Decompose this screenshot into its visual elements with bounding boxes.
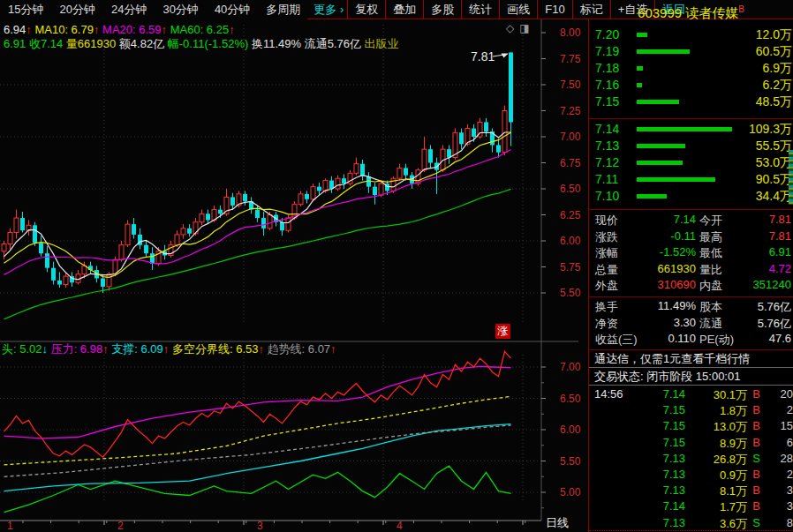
period-tab-4[interactable]: 30分钟 bbox=[155, 3, 206, 16]
transaction-row: 7.130.9万B2 bbox=[589, 466, 793, 482]
ma-info-seg-7: ↑ bbox=[229, 23, 235, 36]
day-info-seg-2: 额4.82亿 bbox=[119, 37, 168, 50]
txn-side: B bbox=[752, 468, 760, 481]
txn-count: 15 bbox=[781, 419, 793, 432]
buy-level-row[interactable]: 7.14109.3万 bbox=[589, 120, 793, 137]
candle-down bbox=[206, 214, 210, 220]
txn-price: 7.14 bbox=[663, 387, 685, 401]
period-tab-2[interactable]: 20分钟 bbox=[51, 3, 102, 16]
period-tab-1[interactable]: 15分钟 bbox=[0, 3, 51, 16]
split-window-icon[interactable]: ◨ bbox=[519, 22, 534, 34]
period-daily-label[interactable]: 日线 bbox=[546, 515, 569, 531]
candle-down bbox=[496, 145, 501, 152]
stat-row: 换手11.49%股本5.76亿 bbox=[589, 297, 793, 314]
txn-count: 2 bbox=[787, 403, 793, 416]
buy-volume-bar bbox=[637, 161, 683, 165]
txn-price: 7.13 bbox=[663, 452, 685, 465]
candle-down bbox=[373, 187, 377, 195]
candle-down bbox=[33, 225, 37, 243]
candle-down bbox=[360, 164, 365, 176]
buy-level-row[interactable]: 7.1190.5万 bbox=[589, 170, 793, 187]
txn-side: S bbox=[752, 516, 760, 529]
candle-down bbox=[39, 243, 43, 253]
sell-price: 7.18 bbox=[595, 61, 619, 75]
diamond-icon[interactable]: ◇ bbox=[506, 22, 519, 34]
stat-row: 涨幅-1.52%最低6.91 bbox=[589, 244, 793, 260]
buy-level-row[interactable]: 7.1253.0万 bbox=[589, 154, 793, 170]
toolbar-button-2[interactable]: 叠加 bbox=[386, 0, 424, 19]
indicator-header-seg-4: 支撑: 6.09 bbox=[109, 342, 163, 356]
toolbar-button-1[interactable]: 复权 bbox=[348, 0, 386, 19]
sell-level-row[interactable]: 7.2012.0万 bbox=[589, 26, 793, 42]
buy-volume: 53.0万 bbox=[756, 155, 792, 171]
candle-up bbox=[2, 244, 6, 251]
sell-price: 7.20 bbox=[595, 27, 619, 41]
candle-down bbox=[342, 178, 346, 184]
sell-level-row[interactable]: 7.166.2万 bbox=[589, 76, 793, 93]
transaction-row: 7.151.8万B2 bbox=[589, 401, 793, 417]
sell-volume-bar bbox=[637, 100, 679, 104]
txn-count: 2 bbox=[787, 468, 793, 481]
transaction-row: 7.133.6万S8 bbox=[589, 514, 793, 530]
stock-flag: B bbox=[738, 4, 744, 14]
x-label-3: 3 bbox=[257, 520, 263, 532]
trading-status: 交易状态: 闭市阶段 15:00:01 bbox=[589, 368, 793, 386]
txn-time: 14:56 bbox=[594, 387, 623, 401]
candle-up bbox=[311, 187, 315, 199]
candle-up bbox=[397, 168, 402, 178]
tdx-stock-app: 15分钟20分钟24分钟30分钟40分钟多周期 更多 › 复权叠加多股统计画线F… bbox=[0, 0, 793, 532]
candle-up bbox=[336, 178, 340, 189]
stat-value: 0.110 bbox=[668, 332, 696, 345]
stat-label: 总量 bbox=[595, 262, 618, 278]
buy-level-row[interactable]: 7.1034.4万 bbox=[589, 187, 793, 204]
indicator-line-pressure bbox=[4, 366, 511, 438]
candle-down bbox=[447, 149, 451, 157]
y-axis-label: 7.00 bbox=[560, 131, 581, 143]
sell-level-row[interactable]: 7.1548.5万 bbox=[589, 93, 793, 109]
candle-down bbox=[45, 253, 49, 268]
stat-value: -1.52% bbox=[660, 245, 696, 259]
buy-price: 7.14 bbox=[595, 122, 619, 136]
ad-banner[interactable]: 通达信，仅需1元查看千档行情 bbox=[589, 350, 793, 367]
candle-up bbox=[354, 164, 359, 174]
candle-up bbox=[107, 274, 111, 287]
txn-side: B bbox=[752, 403, 760, 416]
y-axis-label-sub: 7.00 bbox=[560, 361, 581, 373]
sell-level-row[interactable]: 7.1960.5万 bbox=[589, 42, 793, 59]
period-tab-5[interactable]: 40分钟 bbox=[207, 3, 258, 16]
toolbar-button-4[interactable]: 统计 bbox=[462, 0, 500, 19]
toolbar-button-3[interactable]: 多股 bbox=[424, 0, 462, 19]
stat-label: 内盘 bbox=[699, 278, 722, 294]
mini-scrollbar[interactable] bbox=[789, 150, 793, 205]
more-menu[interactable]: 更多 › bbox=[308, 2, 344, 18]
candle-down bbox=[144, 245, 148, 253]
stat-value: 310690 bbox=[658, 278, 696, 291]
period-tab-3[interactable]: 24分钟 bbox=[103, 3, 155, 16]
buy-level-row[interactable]: 7.1355.5万 bbox=[589, 137, 793, 154]
sell-volume: 6.2万 bbox=[763, 78, 792, 94]
transaction-list: 14:567.1430.1万B207.151.8万B27.1513.0万B157… bbox=[589, 386, 793, 530]
chevron-right-icon: › bbox=[340, 3, 344, 16]
candlestick-chart[interactable]: 7.818.007.757.507.257.006.756.506.256.00… bbox=[0, 19, 588, 532]
candle-down bbox=[261, 218, 266, 229]
txn-count: 3 bbox=[787, 483, 793, 497]
candle-down bbox=[243, 194, 247, 201]
sell-level-row[interactable]: 7.186.9万 bbox=[589, 59, 793, 76]
txn-count: 3 bbox=[787, 499, 793, 513]
chart-tool-icons: ◇◨ bbox=[506, 22, 535, 34]
toolbar-button-6[interactable]: F10 bbox=[538, 0, 572, 19]
day-info-seg-4: 换11.49% 流通5.76亿 bbox=[252, 37, 365, 50]
period-tab-6[interactable]: 多周期 bbox=[258, 3, 308, 16]
indicator-header-seg-6: 多空分界线: 6.53 bbox=[169, 342, 258, 356]
candle-down bbox=[404, 168, 408, 175]
stat-value: 3.30 bbox=[674, 316, 696, 329]
txn-side: B bbox=[752, 387, 760, 401]
stock-header[interactable]: 603999 读者传媒B bbox=[589, 0, 793, 19]
day-info-seg-0: 6.91 收7.14 bbox=[4, 37, 66, 50]
stat-value: 351240 bbox=[753, 278, 791, 291]
stat-label: 涨跌 bbox=[595, 229, 618, 245]
stats-block-2: 换手11.49%股本5.76亿净资3.30流通5.76亿收益(三)0.110PE… bbox=[589, 297, 793, 347]
toolbar-button-5[interactable]: 画线 bbox=[500, 0, 538, 19]
sell-volume: 48.5万 bbox=[756, 94, 792, 110]
stat-value: 4.72 bbox=[769, 262, 791, 275]
